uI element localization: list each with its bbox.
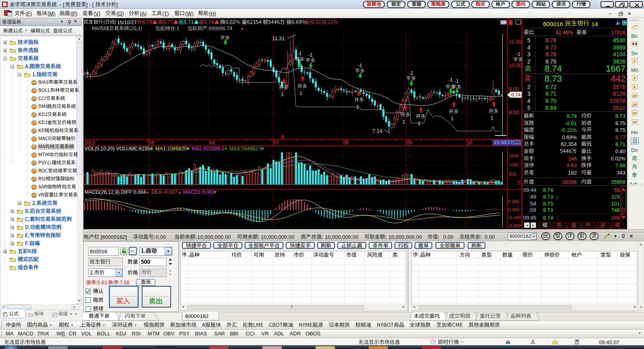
svg-text:8.74: 8.74 [511, 92, 521, 98]
